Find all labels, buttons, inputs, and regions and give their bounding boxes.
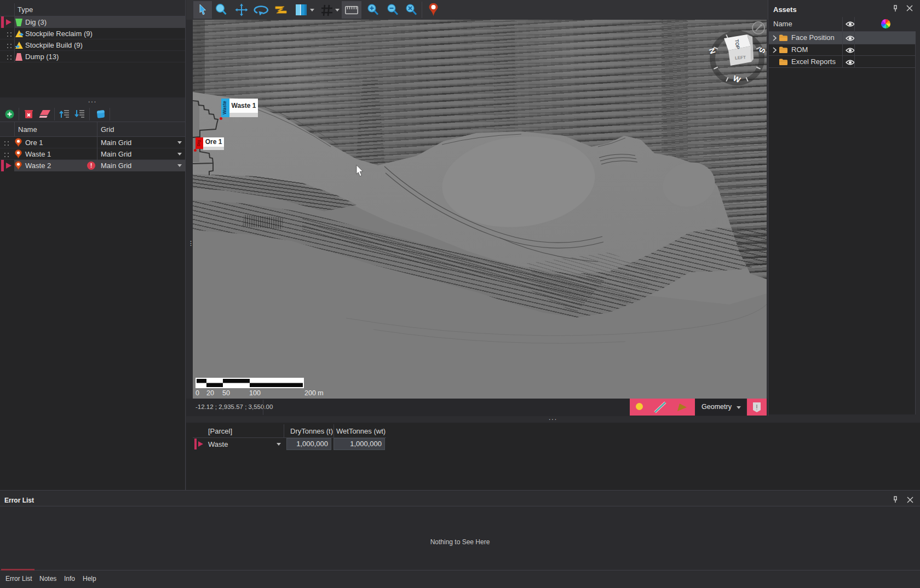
svg-text:N: N bbox=[708, 47, 717, 55]
svg-text:LEFT: LEFT bbox=[735, 55, 746, 60]
